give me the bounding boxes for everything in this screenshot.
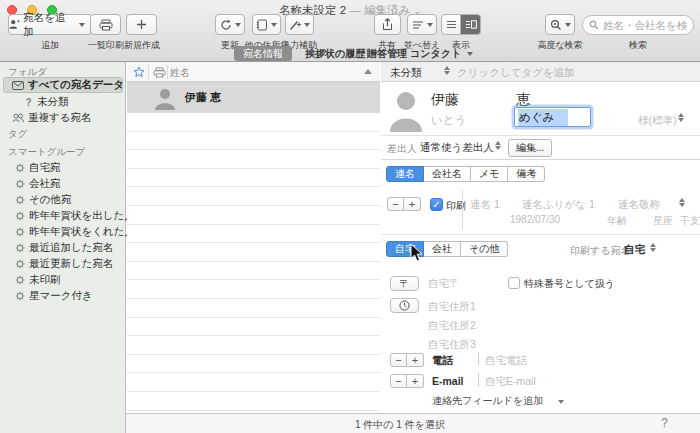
sidebar-item-smart-recently-added[interactable]: 最近追加した宛名 bbox=[15, 241, 114, 255]
remove-email-button[interactable]: − bbox=[390, 374, 407, 388]
advanced-search-label: 高度な検索 bbox=[532, 39, 588, 52]
edit-sender-button[interactable]: 編集... bbox=[508, 139, 552, 157]
remove-joint-button[interactable]: − bbox=[387, 197, 404, 211]
sidebar-item-smart-unprinted[interactable]: 未印刷 bbox=[15, 273, 61, 287]
joint-name-field[interactable]: 連名 1 bbox=[470, 198, 500, 212]
home-postal-field[interactable]: 自宅〒 bbox=[428, 277, 460, 291]
tab-contact[interactable]: コンタクト bbox=[410, 46, 473, 61]
home-email-field[interactable]: 自宅E-mail bbox=[485, 375, 536, 389]
joint-tabs: 連名 会社名 メモ 備考 bbox=[386, 166, 545, 182]
chevron-down-icon bbox=[235, 23, 241, 27]
add-contact-field-button[interactable]: 連絡先フィールドを追加 bbox=[432, 394, 564, 408]
gear-icon bbox=[15, 163, 25, 173]
tab-company-address[interactable]: 会社 bbox=[424, 241, 461, 257]
print-address-stepper-icon[interactable] bbox=[649, 242, 657, 253]
history-button[interactable] bbox=[390, 298, 419, 313]
plus-icon bbox=[136, 19, 147, 30]
share-icon bbox=[382, 18, 393, 31]
sender-stepper-icon[interactable] bbox=[494, 140, 502, 151]
sidebar-item-smart-recently-updated[interactable]: 最近更新した宛名 bbox=[15, 257, 114, 271]
new-button[interactable] bbox=[126, 14, 157, 35]
joint-kana-field[interactable]: 連名ふりがな 1 bbox=[522, 198, 595, 212]
postal-lookup-button[interactable]: 〒 bbox=[390, 276, 419, 291]
zodiac-sign-field: 星座 bbox=[653, 214, 673, 228]
joint-honorific-field[interactable]: 連名敬称 bbox=[618, 198, 660, 212]
update-button[interactable] bbox=[215, 14, 245, 35]
tab-address-info[interactable]: 宛名情報 bbox=[234, 46, 292, 61]
tab-other-address[interactable]: その他 bbox=[461, 241, 508, 257]
chevron-down-icon bbox=[558, 400, 564, 404]
contact-row-selected[interactable]: 伊藤 恵 bbox=[127, 82, 380, 113]
view-detail-segment[interactable] bbox=[461, 14, 481, 35]
add-phone-button[interactable]: + bbox=[407, 353, 424, 367]
envelope-icon bbox=[12, 81, 24, 90]
sidebar-item-smart-home[interactable]: 自宅宛 bbox=[15, 161, 61, 175]
other-addressbooks-button[interactable] bbox=[252, 14, 281, 35]
last-name-field[interactable]: 伊藤 bbox=[431, 91, 459, 109]
honorific-value[interactable]: 様(標準) bbox=[638, 114, 677, 128]
sidebar-item-smart-sent-nengajo[interactable]: 昨年年賀状を出した人 bbox=[15, 209, 135, 223]
address-tabs: 自宅 会社 その他 bbox=[386, 241, 508, 257]
printer-column-icon[interactable] bbox=[153, 67, 166, 78]
chevron-down-icon bbox=[79, 23, 85, 27]
category-dropdown[interactable]: 未分類 bbox=[390, 66, 422, 80]
special-number-checkbox[interactable] bbox=[508, 277, 520, 289]
name-column-header[interactable]: 姓名 bbox=[170, 66, 190, 80]
gear-icon bbox=[15, 195, 25, 205]
chevron-down-icon bbox=[304, 23, 310, 27]
gear-icon bbox=[15, 291, 25, 301]
tab-memo[interactable]: メモ bbox=[471, 166, 508, 182]
sort-lines-icon bbox=[412, 20, 424, 30]
advanced-search-button[interactable] bbox=[545, 14, 575, 35]
tab-greeting-history[interactable]: 挨拶状の履歴 bbox=[305, 46, 365, 61]
home-address1-field[interactable]: 自宅住所1 bbox=[428, 300, 476, 314]
home-phone-field[interactable]: 自宅電話 bbox=[485, 354, 527, 368]
print-address-dropdown[interactable]: 自宅 bbox=[624, 243, 645, 257]
star-column-icon[interactable] bbox=[133, 66, 145, 78]
add-recipient-button[interactable]: 宛名を追加 bbox=[8, 14, 74, 35]
search-label: 検索 bbox=[615, 39, 661, 52]
share-button[interactable] bbox=[374, 14, 401, 35]
sender-dropdown[interactable]: 通常使う差出人 bbox=[420, 141, 494, 155]
tab-joint-name[interactable]: 連名 bbox=[386, 166, 424, 182]
joint-honorific-stepper-icon[interactable] bbox=[678, 197, 686, 208]
remove-phone-button[interactable]: − bbox=[390, 353, 407, 367]
clock-icon bbox=[399, 300, 410, 311]
print-checkbox-checked[interactable]: ✓ bbox=[430, 198, 443, 211]
sidebar-item-duplicates[interactable]: 重複する宛名 bbox=[12, 111, 92, 125]
eto-field: 干支 bbox=[680, 214, 700, 228]
view-list-segment[interactable] bbox=[441, 14, 461, 35]
chevron-down-icon bbox=[427, 23, 433, 27]
sort-button[interactable] bbox=[407, 14, 437, 35]
sidebar-item-smart-starred[interactable]: 星マーク付き bbox=[15, 289, 93, 303]
birthday-field[interactable]: 1982/07/30 bbox=[510, 214, 560, 225]
input-assist-button[interactable] bbox=[285, 14, 314, 35]
empty-list-rows bbox=[127, 113, 380, 413]
add-joint-button[interactable]: + bbox=[404, 197, 421, 211]
home-address2-field[interactable]: 自宅住所2 bbox=[428, 319, 476, 333]
list-print-button[interactable] bbox=[90, 14, 121, 35]
email-label: E-mail bbox=[432, 375, 464, 387]
header-divider bbox=[148, 65, 149, 79]
sidebar-item-uncategorized[interactable]: ? 未分類 bbox=[24, 95, 69, 109]
sidebar-item-smart-other[interactable]: その他宛 bbox=[15, 193, 72, 207]
sidebar-item-all-addresses[interactable]: すべての宛名データ bbox=[12, 78, 124, 92]
tab-gift-management[interactable]: 贈答管理 bbox=[367, 46, 407, 61]
gear-icon bbox=[15, 211, 25, 221]
category-stepper-icon[interactable] bbox=[443, 65, 451, 76]
help-button[interactable]: ? bbox=[661, 416, 668, 430]
sidebar-item-smart-company[interactable]: 会社宛 bbox=[15, 177, 61, 191]
home-address3-field[interactable]: 自宅住所3 bbox=[428, 338, 476, 352]
refresh-icon bbox=[220, 19, 232, 31]
tag-input[interactable]: クリックしてタグを追加 bbox=[457, 66, 575, 80]
last-kana-field[interactable]: いとう bbox=[431, 113, 466, 128]
honorific-stepper-icon[interactable] bbox=[677, 112, 685, 123]
add-email-button[interactable]: + bbox=[407, 374, 424, 388]
tab-remarks[interactable]: 備考 bbox=[508, 166, 545, 182]
phone-label: 電話 bbox=[432, 354, 453, 368]
contact-avatar-icon[interactable] bbox=[389, 88, 423, 132]
sort-ascending-icon[interactable] bbox=[364, 69, 372, 74]
first-kana-field-focused[interactable]: めぐみ bbox=[514, 107, 591, 127]
tab-company-name[interactable]: 会社名 bbox=[424, 166, 471, 182]
sidebar-item-smart-received-nengajo[interactable]: 昨年年賀状をくれた人 bbox=[15, 225, 135, 239]
